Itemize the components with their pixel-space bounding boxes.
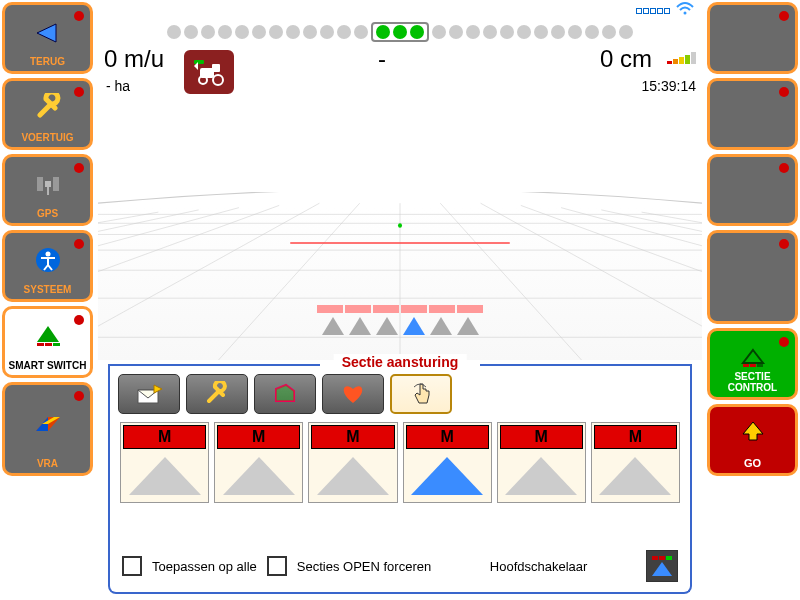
signal-bars-icon <box>667 52 696 64</box>
boom-line-icon <box>290 242 510 244</box>
tab-touch[interactable] <box>390 374 452 414</box>
section-card-3[interactable]: M <box>308 422 397 503</box>
back-button[interactable]: TERUG <box>2 2 93 74</box>
svg-rect-12 <box>743 364 749 367</box>
section-mode: M <box>500 425 583 449</box>
svg-line-28 <box>98 205 279 360</box>
svg-point-6 <box>45 251 50 256</box>
svg-marker-44 <box>322 317 344 335</box>
svg-marker-46 <box>376 317 398 335</box>
empty-button-2[interactable] <box>707 78 798 150</box>
go-icon <box>741 420 765 455</box>
gps-button[interactable]: GPS <box>2 154 93 226</box>
svg-rect-10 <box>53 343 60 346</box>
status-dot-icon <box>779 87 789 97</box>
side-label: VRA <box>5 458 90 469</box>
tractor-icon[interactable] <box>184 50 234 94</box>
svg-rect-8 <box>37 343 44 346</box>
apply-all-checkbox[interactable] <box>122 556 142 576</box>
guidance-lightbar <box>98 22 702 42</box>
back-icon <box>34 19 62 51</box>
section-triangle-icon <box>594 452 677 500</box>
side-label: SECTIE CONTROL <box>710 371 795 393</box>
svg-point-22 <box>213 75 223 85</box>
section-card-4[interactable]: M <box>403 422 492 503</box>
status-dot-icon <box>74 315 84 325</box>
tab-row <box>118 374 452 414</box>
status-dot-icon <box>779 337 789 347</box>
panel-bottom-row: Toepassen op alle Secties OPEN forceren … <box>122 550 678 582</box>
section-mode: M <box>311 425 394 449</box>
status-dot-icon <box>74 391 84 401</box>
svg-marker-7 <box>37 326 59 342</box>
svg-rect-20 <box>212 64 220 72</box>
svg-point-43 <box>398 223 402 227</box>
svg-marker-0 <box>37 24 56 42</box>
svg-rect-13 <box>750 364 756 367</box>
section-card-5[interactable]: M <box>497 422 586 503</box>
status-dot-icon <box>74 239 84 249</box>
empty-button-4[interactable] <box>707 230 798 324</box>
smart-switch-button[interactable]: SMART SWITCH <box>2 306 93 378</box>
wrench-icon <box>33 93 63 130</box>
svg-rect-60 <box>659 556 665 560</box>
section-triangle-icon <box>406 452 489 500</box>
section-card-2[interactable]: M <box>214 422 303 503</box>
system-button[interactable]: SYSTEEM <box>2 230 93 302</box>
status-dot-icon <box>779 163 789 173</box>
section-mode: M <box>217 425 300 449</box>
section-mode: M <box>594 425 677 449</box>
side-label: SYSTEEM <box>5 284 90 295</box>
section-triangle-icon <box>311 452 394 500</box>
tab-favorite[interactable] <box>322 374 384 414</box>
svg-marker-62 <box>652 562 672 576</box>
status-dot-icon <box>779 239 789 249</box>
empty-button-1[interactable] <box>707 2 798 74</box>
section-triangle-icon <box>123 452 206 500</box>
side-label: TERUG <box>5 56 90 67</box>
section-card-6[interactable]: M <box>591 422 680 503</box>
section-mode: M <box>406 425 489 449</box>
svg-rect-14 <box>757 364 763 367</box>
tab-mail[interactable] <box>118 374 180 414</box>
go-button[interactable]: GO <box>707 404 798 476</box>
vra-icon <box>33 410 63 442</box>
section-cards: M M M M M M <box>120 422 680 503</box>
empty-button-3[interactable] <box>707 154 798 226</box>
force-open-checkbox[interactable] <box>267 556 287 576</box>
spray-sections-mini <box>317 305 483 337</box>
speed-value: 0 m/u <box>104 45 164 73</box>
side-label: GO <box>710 457 795 469</box>
status-dot-icon <box>779 11 789 21</box>
svg-marker-48 <box>430 317 452 335</box>
svg-line-29 <box>521 205 702 360</box>
side-label: SMART SWITCH <box>5 360 90 371</box>
svg-line-26 <box>98 203 319 360</box>
apply-all-label: Toepassen op alle <box>152 559 257 574</box>
side-label: GPS <box>5 208 90 219</box>
vra-button[interactable]: VRA <box>2 382 93 476</box>
vehicle-button[interactable]: VOERTUIG <box>2 78 93 150</box>
svg-marker-58 <box>599 457 671 495</box>
svg-rect-59 <box>652 556 658 560</box>
svg-marker-53 <box>129 457 201 495</box>
tab-settings[interactable] <box>186 374 248 414</box>
svg-point-16 <box>684 12 687 15</box>
top-indicators <box>636 2 694 20</box>
smartswitch-icon <box>33 323 63 355</box>
wifi-icon <box>676 2 694 20</box>
tab-field[interactable] <box>254 374 316 414</box>
panel-title: Sectie aansturing <box>334 354 467 370</box>
section-card-1[interactable]: M <box>120 422 209 503</box>
svg-rect-9 <box>45 343 52 346</box>
svg-marker-47 <box>403 317 425 335</box>
svg-marker-54 <box>223 457 295 495</box>
accessibility-icon <box>35 247 61 280</box>
section-control-button[interactable]: SECTIE CONTROL <box>707 328 798 400</box>
master-label: Hoofdschakelaar <box>490 559 588 574</box>
svg-rect-1 <box>45 181 51 187</box>
master-switch[interactable] <box>646 550 678 582</box>
offset-value: 0 cm <box>600 45 652 73</box>
satellite-icon <box>35 171 61 204</box>
status-dot-icon <box>74 163 84 173</box>
